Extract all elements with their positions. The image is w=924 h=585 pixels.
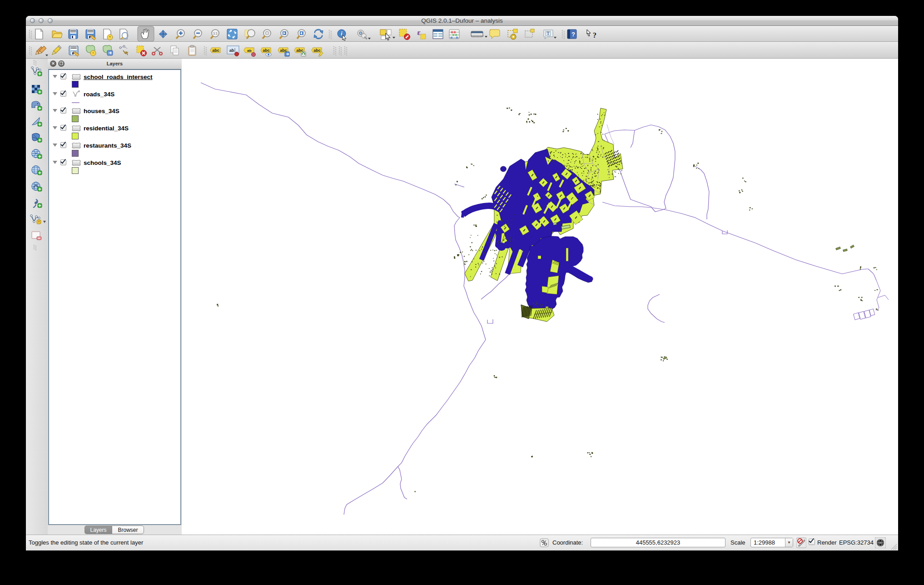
svg-text:T: T [35, 152, 37, 156]
svg-text:?: ? [571, 31, 575, 38]
svg-text:abc: abc [263, 48, 270, 53]
svg-text:*: * [92, 51, 94, 55]
svg-text:*: * [109, 35, 111, 40]
svg-text:T: T [546, 31, 549, 36]
svg-text:1:1: 1:1 [213, 32, 218, 35]
svg-text:abc: abc [212, 48, 219, 53]
svg-text:ab: ab [247, 49, 251, 53]
svg-text:ab: ab [229, 48, 234, 53]
svg-text:abc: abc [313, 48, 321, 53]
svg-text:ε: ε [417, 28, 420, 37]
svg-text:*: * [38, 220, 40, 224]
svg-text:?: ? [593, 31, 596, 39]
